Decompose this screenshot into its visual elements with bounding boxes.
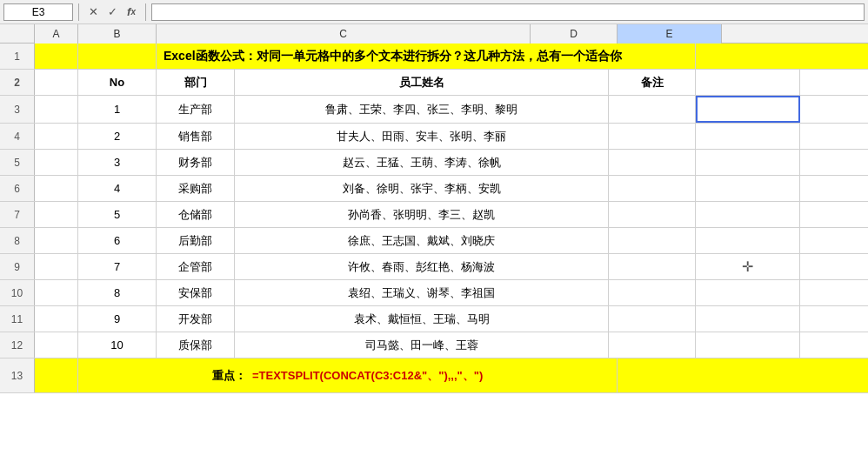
cell-dept-12[interactable]: 质保部	[157, 332, 235, 358]
cell-emp-5[interactable]: 赵云、王猛、王萌、李涛、徐帆	[235, 150, 609, 175]
cursor-cross-icon: ✛	[742, 258, 753, 275]
cell-dept-header[interactable]: 部门	[157, 70, 235, 95]
row-10: 10 8 安保部 袁绍、王瑞义、谢琴、李祖国	[0, 280, 868, 306]
row-num-header	[0, 24, 35, 43]
header-dept: 部门	[184, 75, 207, 90]
cell-no-6[interactable]: 4	[78, 176, 157, 201]
cell-note-9[interactable]	[609, 254, 696, 279]
cell-a4[interactable]	[35, 124, 78, 149]
cell-note-6[interactable]	[609, 176, 696, 201]
cell-no-8[interactable]: 6	[78, 228, 157, 253]
col-header-e[interactable]: E	[618, 24, 722, 44]
cell-emp-7[interactable]: 孙尚香、张明明、李三、赵凯	[235, 202, 609, 227]
cell-a12[interactable]	[35, 332, 78, 358]
cancel-formula-btn[interactable]: ✕	[84, 3, 102, 21]
confirm-formula-btn[interactable]: ✓	[103, 3, 121, 21]
cell-no-10[interactable]: 8	[78, 280, 157, 305]
col-header-a[interactable]: A	[35, 24, 78, 44]
cell-dept-9[interactable]: 企管部	[157, 254, 235, 279]
header-employees: 员工姓名	[399, 75, 444, 90]
cell-dept-11[interactable]: 开发部	[157, 306, 235, 332]
cell-a3[interactable]	[35, 96, 78, 123]
cell-e6[interactable]	[696, 176, 800, 201]
cell-no-7[interactable]: 5	[78, 202, 157, 227]
row-11: 11 9 开发部 袁术、戴恒恒、王瑞、马明	[0, 306, 868, 332]
header-note: 备注	[641, 75, 664, 90]
col-header-b[interactable]: B	[78, 24, 157, 44]
cell-no-3[interactable]: 1	[78, 96, 157, 123]
col-header-c[interactable]: C	[157, 24, 531, 44]
cell-emp-12[interactable]: 司马懿、田一峰、王蓉	[235, 332, 609, 358]
row-13: 13 重点： =TEXTSPLIT(CONCAT(C3:C12&"、"),,,"…	[0, 358, 868, 393]
cell-note-10[interactable]	[609, 280, 696, 305]
cell-e10[interactable]	[696, 280, 800, 305]
cell-title[interactable]: Excel函数公式：对同一单元格中的多个文本进行拆分？这几种方法，总有一个适合你	[157, 44, 696, 69]
cell-note-header[interactable]: 备注	[609, 70, 696, 95]
cell-a8[interactable]	[35, 228, 78, 253]
cell-emp-11[interactable]: 袁术、戴恒恒、王瑞、马明	[235, 306, 609, 332]
cell-e4[interactable]	[696, 124, 800, 149]
header-no: No	[110, 76, 124, 89]
cell-note-8[interactable]	[609, 228, 696, 253]
cell-a5[interactable]	[35, 150, 78, 175]
cell-e11[interactable]	[696, 306, 800, 332]
cell-a7[interactable]	[35, 202, 78, 227]
cell-a2[interactable]	[35, 70, 78, 95]
row-3: 3 1 生产部 鲁肃、王荣、李四、张三、李明、黎明	[0, 96, 868, 124]
cell-note-11[interactable]	[609, 306, 696, 332]
spreadsheet: A B C D E 1 Excel函数公式：对同一单元格中的多个文本进行拆分？这…	[0, 24, 868, 469]
cell-dept-5[interactable]: 财务部	[157, 150, 235, 175]
cell-emp-8[interactable]: 徐庶、王志国、戴斌、刘晓庆	[235, 228, 609, 253]
cell-dept-10[interactable]: 安保部	[157, 280, 235, 305]
cell-emp-4[interactable]: 甘夫人、田雨、安丰、张明、李丽	[235, 124, 609, 149]
cell-dept-4[interactable]: 销售部	[157, 124, 235, 149]
cell-emp-6[interactable]: 刘备、徐明、张宇、李柄、安凯	[235, 176, 609, 201]
cell-a13[interactable]	[35, 358, 78, 392]
cell-no-9[interactable]: 7	[78, 254, 157, 279]
row-num-1: 1	[0, 44, 35, 69]
cell-emp-9[interactable]: 许攸、春雨、彭红艳、杨海波	[235, 254, 609, 279]
cell-no-12[interactable]: 10	[78, 332, 157, 358]
cell-e3[interactable]	[696, 96, 800, 123]
cell-dept-8[interactable]: 后勤部	[157, 228, 235, 253]
cell-emp-3[interactable]: 鲁肃、王荣、李四、张三、李明、黎明	[235, 96, 609, 123]
cell-formula-13[interactable]: 重点： =TEXTSPLIT(CONCAT(C3:C12&"、"),,,"、")	[78, 358, 618, 392]
cell-no-4[interactable]: 2	[78, 124, 157, 149]
row-num-12: 12	[0, 332, 35, 358]
cell-note-3[interactable]	[609, 96, 696, 123]
name-box[interactable]	[3, 3, 73, 21]
cell-no-5[interactable]: 3	[78, 150, 157, 175]
cell-emp-10[interactable]: 袁绍、王瑞义、谢琴、李祖国	[235, 280, 609, 305]
formula-input[interactable]	[151, 3, 865, 21]
cell-a9[interactable]	[35, 254, 78, 279]
cell-e5[interactable]	[696, 150, 800, 175]
row-2: 2 No 部门 员工姓名 备注	[0, 70, 868, 96]
cell-a11[interactable]	[35, 306, 78, 332]
row-num-7: 7	[0, 202, 35, 227]
cell-e2[interactable]	[696, 70, 800, 95]
cell-note-4[interactable]	[609, 124, 696, 149]
row-num-13: 13	[0, 358, 35, 392]
insert-function-btn[interactable]: fx	[123, 3, 140, 21]
cell-no-11[interactable]: 9	[78, 306, 157, 332]
cell-e7[interactable]	[696, 202, 800, 227]
cell-note-5[interactable]	[609, 150, 696, 175]
cell-e9[interactable]: ✛	[696, 254, 800, 279]
row-12: 12 10 质保部 司马懿、田一峰、王蓉	[0, 332, 868, 358]
cell-b2[interactable]: No	[78, 70, 157, 95]
cell-emp-header[interactable]: 员工姓名	[235, 70, 609, 95]
col-header-d[interactable]: D	[531, 24, 618, 44]
cell-note-12[interactable]	[609, 332, 696, 358]
cell-a6[interactable]	[35, 176, 78, 201]
cell-e12[interactable]	[696, 332, 800, 358]
row-num-9: 9	[0, 254, 35, 279]
cell-note-7[interactable]	[609, 202, 696, 227]
cell-b1[interactable]	[78, 44, 157, 69]
cell-dept-6[interactable]: 采购部	[157, 176, 235, 201]
row-num-2: 2	[0, 70, 35, 95]
cell-e8[interactable]	[696, 228, 800, 253]
cell-a1[interactable]	[35, 44, 78, 69]
cell-a10[interactable]	[35, 280, 78, 305]
cell-dept-3[interactable]: 生产部	[157, 96, 235, 123]
cell-dept-7[interactable]: 仓储部	[157, 202, 235, 227]
